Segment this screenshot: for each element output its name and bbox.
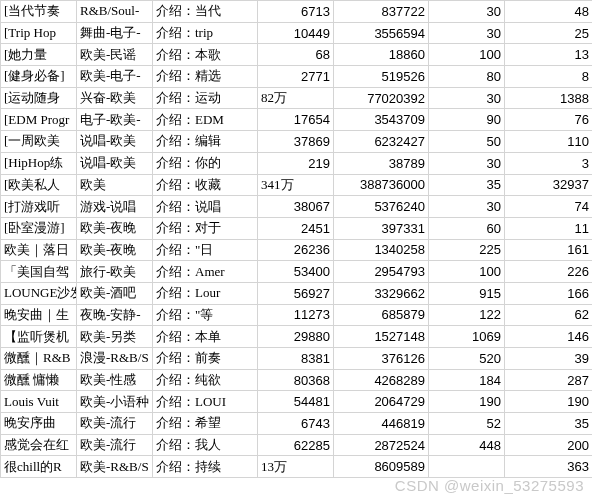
table-cell[interactable]: 38067	[258, 196, 334, 218]
table-cell[interactable]: 6743	[258, 413, 334, 435]
table-cell[interactable]: 游戏-说唱	[77, 196, 153, 218]
table-cell[interactable]: [一周欧美	[1, 131, 77, 153]
table-cell[interactable]: 26236	[258, 239, 334, 261]
table-cell[interactable]: 欧美-夜晚	[77, 217, 153, 239]
table-cell[interactable]: 微醺｜R&B	[1, 348, 77, 370]
table-cell[interactable]: Louis Vuit	[1, 391, 77, 413]
table-cell[interactable]: 兴奋-欧美	[77, 87, 153, 109]
table-cell[interactable]: 欧美-流行	[77, 434, 153, 456]
table-cell[interactable]: 166	[505, 282, 593, 304]
table-cell[interactable]: 欧美-流行	[77, 413, 153, 435]
table-cell[interactable]: 介绍：前奏	[153, 348, 258, 370]
table-cell[interactable]	[429, 456, 505, 478]
table-cell[interactable]: 介绍：本歌	[153, 44, 258, 66]
table-cell[interactable]: 1340258	[334, 239, 429, 261]
table-cell[interactable]: 110	[505, 131, 593, 153]
table-cell[interactable]: 说唱-欧美	[77, 131, 153, 153]
table-cell[interactable]: [打游戏听	[1, 196, 77, 218]
table-cell[interactable]: 介绍："日	[153, 239, 258, 261]
table-cell[interactable]: 837722	[334, 1, 429, 23]
table-cell[interactable]: 200	[505, 434, 593, 456]
table-cell[interactable]: 56927	[258, 282, 334, 304]
table-cell[interactable]: 2872524	[334, 434, 429, 456]
table-cell[interactable]: [运动随身	[1, 87, 77, 109]
table-cell[interactable]: 介绍：纯欲	[153, 369, 258, 391]
table-cell[interactable]: 3556594	[334, 22, 429, 44]
table-cell[interactable]: 浪漫-R&B/S	[77, 348, 153, 370]
table-cell[interactable]: 100	[429, 261, 505, 283]
table-cell[interactable]: [卧室漫游]	[1, 217, 77, 239]
table-cell[interactable]: 晚安曲｜生	[1, 304, 77, 326]
table-cell[interactable]: 388736000	[334, 174, 429, 196]
table-cell[interactable]: 30	[429, 87, 505, 109]
table-cell[interactable]: 13万	[258, 456, 334, 478]
table-cell[interactable]: 10449	[258, 22, 334, 44]
table-cell[interactable]: 8609589	[334, 456, 429, 478]
table-cell[interactable]: 介绍：运动	[153, 87, 258, 109]
table-cell[interactable]: 介绍：EDM	[153, 109, 258, 131]
table-cell[interactable]: 90	[429, 109, 505, 131]
table-cell[interactable]: 35	[429, 174, 505, 196]
table-cell[interactable]: 8	[505, 66, 593, 88]
table-cell[interactable]: 介绍：说唱	[153, 196, 258, 218]
table-cell[interactable]: 介绍：LOUI	[153, 391, 258, 413]
table-cell[interactable]: 夜晚-安静-	[77, 304, 153, 326]
table-cell[interactable]: 3329662	[334, 282, 429, 304]
table-cell[interactable]: 欧美-性感	[77, 369, 153, 391]
table-cell[interactable]: 38789	[334, 152, 429, 174]
table-cell[interactable]: 介绍：我人	[153, 434, 258, 456]
table-cell[interactable]: 介绍：持续	[153, 456, 258, 478]
table-cell[interactable]: 446819	[334, 413, 429, 435]
table-cell[interactable]: 介绍：当代	[153, 1, 258, 23]
table-cell[interactable]: [HipHop练	[1, 152, 77, 174]
table-cell[interactable]: 80368	[258, 369, 334, 391]
table-cell[interactable]: 介绍：对于	[153, 217, 258, 239]
table-cell[interactable]: 介绍：Lour	[153, 282, 258, 304]
table-cell[interactable]: 519526	[334, 66, 429, 88]
table-cell[interactable]: 363	[505, 456, 593, 478]
table-cell[interactable]: 1388	[505, 87, 593, 109]
table-cell[interactable]: 29880	[258, 326, 334, 348]
table-cell[interactable]: 4268289	[334, 369, 429, 391]
table-cell[interactable]: 舞曲-电子-	[77, 22, 153, 44]
table-cell[interactable]: 82万	[258, 87, 334, 109]
table-cell[interactable]: [Trip Hop	[1, 22, 77, 44]
table-cell[interactable]: 50	[429, 131, 505, 153]
table-cell[interactable]: 30	[429, 152, 505, 174]
table-cell[interactable]: 37869	[258, 131, 334, 153]
table-cell[interactable]: 35	[505, 413, 593, 435]
table-cell[interactable]: 2954793	[334, 261, 429, 283]
table-cell[interactable]: 「美国自驾	[1, 261, 77, 283]
table-cell[interactable]: 52	[429, 413, 505, 435]
table-cell[interactable]: [她力量	[1, 44, 77, 66]
table-cell[interactable]: 6713	[258, 1, 334, 23]
table-cell[interactable]: 60	[429, 217, 505, 239]
table-cell[interactable]: 13	[505, 44, 593, 66]
table-cell[interactable]: 11	[505, 217, 593, 239]
table-cell[interactable]: 欧美-电子-	[77, 66, 153, 88]
table-cell[interactable]: 欧美-R&B/S	[77, 456, 153, 478]
table-cell[interactable]: 2771	[258, 66, 334, 88]
table-cell[interactable]: 100	[429, 44, 505, 66]
table-cell[interactable]: 161	[505, 239, 593, 261]
table-cell[interactable]: 【监听煲机	[1, 326, 77, 348]
table-cell[interactable]: LOUNGE沙发	[1, 282, 77, 304]
table-cell[interactable]: 62285	[258, 434, 334, 456]
table-cell[interactable]: 介绍：收藏	[153, 174, 258, 196]
table-cell[interactable]: 介绍：本单	[153, 326, 258, 348]
table-cell[interactable]: 341万	[258, 174, 334, 196]
table-cell[interactable]: 介绍：编辑	[153, 131, 258, 153]
table-cell[interactable]: 11273	[258, 304, 334, 326]
table-cell[interactable]: 2451	[258, 217, 334, 239]
table-cell[interactable]: 146	[505, 326, 593, 348]
table-cell[interactable]: 6232427	[334, 131, 429, 153]
table-cell[interactable]: 74	[505, 196, 593, 218]
table-cell[interactable]: 介绍：trip	[153, 22, 258, 44]
table-cell[interactable]: 3	[505, 152, 593, 174]
table-cell[interactable]: 39	[505, 348, 593, 370]
table-cell[interactable]: 说唱-欧美	[77, 152, 153, 174]
table-cell[interactable]: 3543709	[334, 109, 429, 131]
table-cell[interactable]: 17654	[258, 109, 334, 131]
table-cell[interactable]: 54481	[258, 391, 334, 413]
table-cell[interactable]: 介绍：Amer	[153, 261, 258, 283]
